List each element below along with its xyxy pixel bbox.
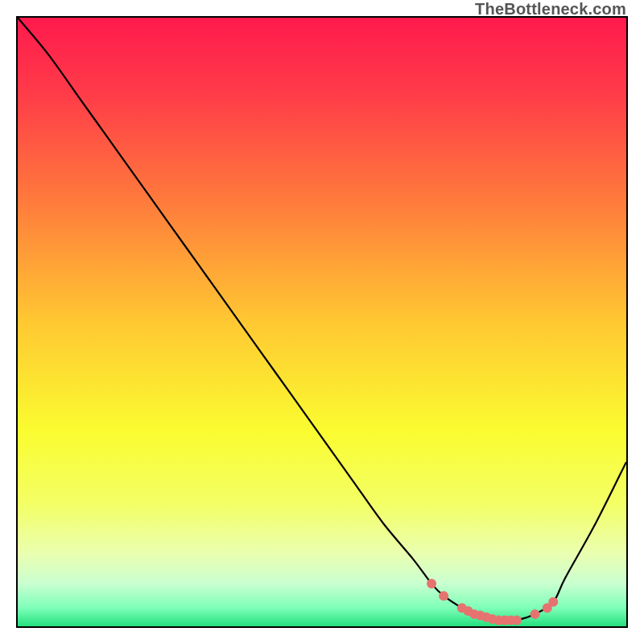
marker-dot xyxy=(530,609,540,619)
bottleneck-curve xyxy=(18,18,626,621)
watermark-label: TheBottleneck.com xyxy=(475,0,626,19)
marker-dot xyxy=(548,597,558,607)
marker-dot xyxy=(427,579,436,588)
curve-layer xyxy=(18,18,626,626)
marker-dot xyxy=(439,591,448,601)
marker-dot xyxy=(512,615,522,625)
highlight-markers xyxy=(427,579,558,625)
plot-area xyxy=(16,16,628,628)
chart-canvas: TheBottleneck.com xyxy=(0,0,644,644)
